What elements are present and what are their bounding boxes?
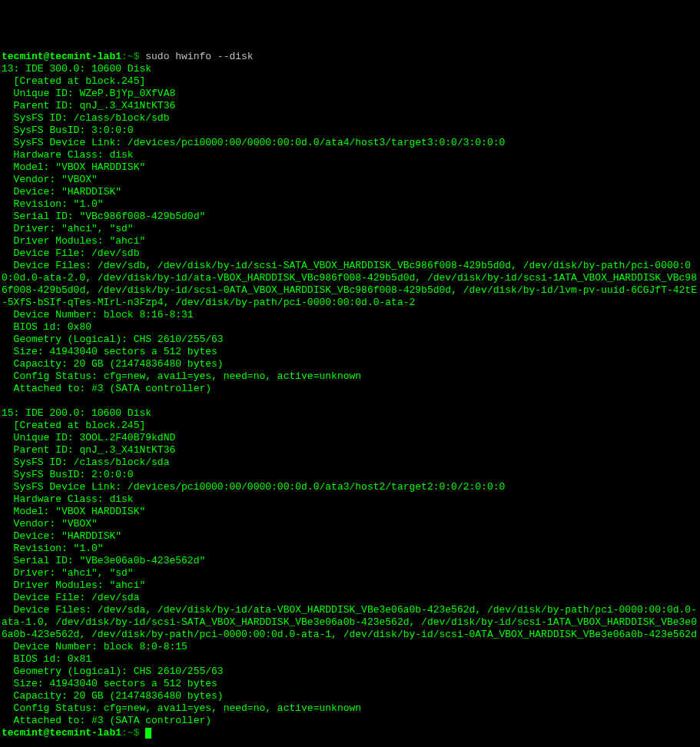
disk2-size: Size: 41943040 sectors a 512 bytes bbox=[2, 678, 217, 689]
disk1-driver-modules: Driver Modules: "ahci" bbox=[2, 235, 145, 247]
disk1-device: Device: "HARDDISK" bbox=[2, 186, 121, 198]
disk2-parent-id: Parent ID: qnJ_.3_X41NtKT36 bbox=[2, 444, 175, 456]
disk1-sysfs-busid: SysFS BusID: 3:0:0:0 bbox=[2, 124, 134, 136]
disk2-bios-id: BIOS id: 0x81 bbox=[2, 653, 91, 665]
disk1-device-files: Device Files: /dev/sdb, /dev/disk/by-id/… bbox=[2, 260, 697, 308]
disk2-hw-class: Hardware Class: disk bbox=[2, 493, 134, 505]
disk1-model: Model: "VBOX HARDDISK" bbox=[2, 161, 145, 173]
disk1-device-number: Device Number: block 8:16-8:31 bbox=[2, 309, 194, 320]
disk1-capacity: Capacity: 20 GB (21474836480 bytes) bbox=[2, 358, 224, 370]
disk2-driver: Driver: "ahci", "sd" bbox=[2, 567, 134, 579]
disk1-vendor: Vendor: "VBOX" bbox=[2, 174, 98, 185]
disk2-created: [Created at block.245] bbox=[2, 420, 145, 431]
disk1-hw-class: Hardware Class: disk bbox=[2, 149, 134, 161]
prompt2-user-host: tecmint@tecmint-lab1 bbox=[2, 727, 121, 739]
disk1-parent-id: Parent ID: qnJ_.3_X41NtKT36 bbox=[2, 100, 175, 111]
disk1-bios-id: BIOS id: 0x80 bbox=[2, 321, 91, 333]
disk2-geometry: Geometry (Logical): CHS 2610/255/63 bbox=[2, 666, 224, 677]
prompt2-path: :~$ bbox=[121, 727, 145, 739]
cursor[interactable] bbox=[145, 728, 151, 739]
disk2-device-files: Device Files: /dev/sda, /dev/disk/by-id/… bbox=[2, 604, 697, 640]
disk2-header: 15: IDE 200.0: 10600 Disk bbox=[2, 407, 151, 419]
command-input: sudo hwinfo --disk bbox=[145, 51, 253, 62]
disk2-device-file: Device File: /dev/sda bbox=[2, 592, 139, 603]
disk2-revision: Revision: "1.0" bbox=[2, 543, 104, 554]
terminal-window[interactable]: tecmint@tecmint-lab1:~$ sudo hwinfo --di… bbox=[0, 49, 700, 741]
disk1-revision: Revision: "1.0" bbox=[2, 198, 104, 210]
disk1-sysfs-devlink: SysFS Device Link: /devices/pci0000:00/0… bbox=[2, 137, 505, 148]
disk1-unique-id: Unique ID: WZeP.BjYp_0XfVA8 bbox=[2, 88, 175, 99]
disk2-capacity: Capacity: 20 GB (21474836480 bytes) bbox=[2, 690, 224, 702]
disk2-vendor: Vendor: "VBOX" bbox=[2, 518, 98, 530]
disk1-driver: Driver: "ahci", "sd" bbox=[2, 223, 134, 234]
disk1-serial: Serial ID: "VBc986f008-429b5d0d" bbox=[2, 211, 205, 222]
disk2-unique-id: Unique ID: 3OOL.2F40B79kdND bbox=[2, 432, 175, 443]
disk1-sysfs-id: SysFS ID: /class/block/sdb bbox=[2, 112, 169, 124]
disk1-config-status: Config Status: cfg=new, avail=yes, need=… bbox=[2, 370, 361, 382]
disk2-sysfs-devlink: SysFS Device Link: /devices/pci0000:00/0… bbox=[2, 481, 505, 493]
disk1-created: [Created at block.245] bbox=[2, 75, 145, 87]
disk2-device-number: Device Number: block 8:0-8:15 bbox=[2, 641, 187, 652]
disk2-sysfs-id: SysFS ID: /class/block/sda bbox=[2, 456, 169, 468]
prompt-path: :~$ bbox=[121, 51, 145, 62]
disk1-header: 13: IDE 300.0: 10600 Disk bbox=[2, 63, 151, 75]
disk2-device: Device: "HARDDISK" bbox=[2, 530, 121, 542]
disk2-config-status: Config Status: cfg=new, avail=yes, need=… bbox=[2, 702, 361, 714]
disk1-size: Size: 41943040 sectors a 512 bytes bbox=[2, 346, 217, 357]
disk1-geometry: Geometry (Logical): CHS 2610/255/63 bbox=[2, 334, 224, 345]
disk2-model: Model: "VBOX HARDDISK" bbox=[2, 506, 145, 517]
disk2-attached: Attached to: #3 (SATA controller) bbox=[2, 715, 211, 726]
prompt-user-host: tecmint@tecmint-lab1 bbox=[2, 51, 121, 62]
disk2-driver-modules: Driver Modules: "ahci" bbox=[2, 579, 145, 591]
disk2-serial: Serial ID: "VBe3e06a0b-423e562d" bbox=[2, 555, 205, 566]
disk1-attached: Attached to: #3 (SATA controller) bbox=[2, 383, 211, 394]
disk1-device-file: Device File: /dev/sdb bbox=[2, 247, 139, 259]
disk2-sysfs-busid: SysFS BusID: 2:0:0:0 bbox=[2, 469, 134, 480]
